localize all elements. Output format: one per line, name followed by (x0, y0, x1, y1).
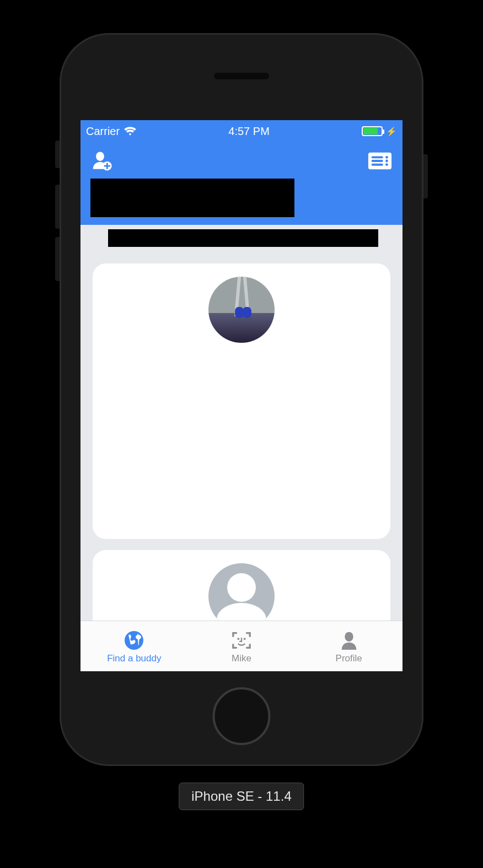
clock: 4:57 PM (136, 125, 362, 138)
svg-rect-4 (372, 164, 383, 166)
buddy-card[interactable] (93, 263, 390, 539)
phone-frame: Carrier 4:57 PM ⚡ (60, 33, 423, 766)
face-id-icon (230, 629, 253, 652)
svg-point-7 (385, 163, 388, 166)
tab-mike[interactable]: Mike (188, 621, 296, 671)
tab-find-buddy[interactable]: Find a buddy (80, 621, 188, 671)
wifi-icon (124, 126, 136, 136)
tab-profile[interactable]: Profile (295, 621, 402, 671)
add-person-button[interactable] (90, 148, 116, 174)
svg-rect-3 (372, 160, 383, 162)
svg-rect-2 (372, 156, 383, 158)
svg-point-5 (385, 156, 388, 159)
charging-icon: ⚡ (386, 126, 397, 137)
list-button[interactable] (367, 148, 393, 174)
buddy-card[interactable] (93, 550, 390, 621)
tab-label: Find a buddy (107, 653, 161, 664)
nav-bar (80, 142, 402, 225)
tab-bar: Find a buddy Mike (80, 621, 402, 671)
globe-icon (122, 629, 146, 652)
redacted-title (90, 179, 294, 217)
phone-speaker (214, 73, 269, 79)
tab-label: Mike (232, 653, 251, 664)
home-button[interactable] (213, 687, 271, 745)
screen: Carrier 4:57 PM ⚡ (80, 120, 402, 671)
tab-label: Profile (336, 653, 362, 664)
avatar-placeholder[interactable] (208, 563, 275, 621)
redacted-subtitle (108, 229, 378, 247)
svg-point-6 (385, 160, 388, 163)
svg-point-11 (244, 638, 246, 640)
status-bar: Carrier 4:57 PM ⚡ (80, 120, 402, 142)
svg-point-9 (136, 635, 141, 639)
person-icon (337, 629, 361, 652)
svg-point-10 (237, 638, 239, 640)
battery-icon (362, 126, 383, 136)
device-label: iPhone SE - 11.4 (179, 783, 304, 810)
content-area[interactable] (80, 225, 402, 621)
avatar-photo[interactable] (208, 277, 275, 343)
carrier-label: Carrier (86, 125, 120, 138)
